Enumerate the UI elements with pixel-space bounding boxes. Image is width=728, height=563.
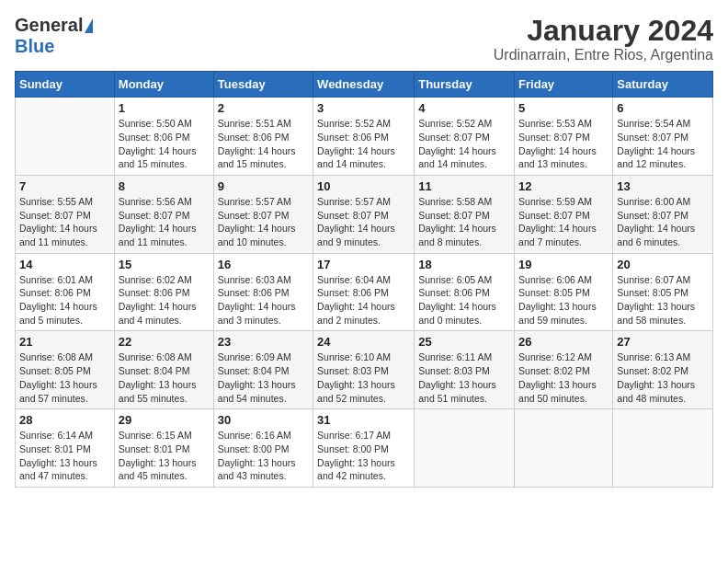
calendar-cell: 20Sunrise: 6:07 AM Sunset: 8:05 PM Dayli… — [613, 253, 713, 331]
day-number: 17 — [317, 258, 410, 271]
calendar-cell: 14Sunrise: 6:01 AM Sunset: 8:06 PM Dayli… — [16, 253, 115, 331]
day-info: Sunrise: 5:52 AM Sunset: 8:07 PM Dayligh… — [418, 118, 496, 169]
day-number: 9 — [218, 179, 309, 193]
day-number: 16 — [218, 258, 309, 271]
calendar-cell: 15Sunrise: 6:02 AM Sunset: 8:06 PM Dayli… — [114, 253, 213, 331]
day-number: 29 — [119, 413, 210, 427]
calendar-cell: 3Sunrise: 5:52 AM Sunset: 8:06 PM Daylig… — [313, 98, 415, 176]
calendar-cell: 18Sunrise: 6:05 AM Sunset: 8:06 PM Dayli… — [415, 253, 515, 331]
day-number: 19 — [518, 258, 609, 271]
calendar-title: January 2024 — [494, 15, 713, 47]
day-number: 28 — [19, 413, 110, 427]
col-header-sunday: Sunday — [16, 72, 115, 98]
calendar-cell — [613, 409, 713, 488]
col-header-wednesday: Wednesday — [313, 72, 415, 98]
day-info: Sunrise: 6:08 AM Sunset: 8:05 PM Dayligh… — [19, 351, 97, 403]
day-info: Sunrise: 6:01 AM Sunset: 8:06 PM Dayligh… — [19, 274, 97, 326]
day-info: Sunrise: 5:55 AM Sunset: 8:07 PM Dayligh… — [19, 196, 97, 247]
day-info: Sunrise: 6:09 AM Sunset: 8:04 PM Dayligh… — [218, 351, 296, 403]
day-number: 22 — [119, 335, 210, 349]
day-number: 2 — [218, 101, 309, 115]
calendar-cell: 10Sunrise: 5:57 AM Sunset: 8:07 PM Dayli… — [313, 175, 415, 253]
day-number: 15 — [119, 258, 210, 271]
calendar-week-row: 1Sunrise: 5:50 AM Sunset: 8:06 PM Daylig… — [16, 98, 713, 176]
calendar-cell: 8Sunrise: 5:56 AM Sunset: 8:07 PM Daylig… — [114, 175, 213, 253]
day-number: 6 — [617, 101, 709, 115]
calendar-cell — [515, 409, 613, 488]
calendar-table: SundayMondayTuesdayWednesdayThursdayFrid… — [15, 71, 713, 488]
day-info: Sunrise: 6:05 AM Sunset: 8:06 PM Dayligh… — [418, 274, 496, 326]
col-header-tuesday: Tuesday — [213, 72, 313, 98]
logo: General Blue — [15, 15, 93, 57]
calendar-header-row: SundayMondayTuesdayWednesdayThursdayFrid… — [16, 72, 713, 98]
day-number: 31 — [317, 413, 410, 427]
calendar-cell: 16Sunrise: 6:03 AM Sunset: 8:06 PM Dayli… — [213, 253, 313, 331]
calendar-cell: 26Sunrise: 6:12 AM Sunset: 8:02 PM Dayli… — [515, 331, 613, 409]
day-number: 7 — [19, 179, 110, 193]
calendar-cell — [16, 98, 115, 176]
calendar-cell: 2Sunrise: 5:51 AM Sunset: 8:06 PM Daylig… — [213, 98, 313, 176]
col-header-monday: Monday — [114, 72, 213, 98]
calendar-cell — [415, 409, 515, 488]
day-info: Sunrise: 6:02 AM Sunset: 8:06 PM Dayligh… — [119, 274, 197, 326]
day-info: Sunrise: 6:11 AM Sunset: 8:03 PM Dayligh… — [418, 351, 496, 403]
day-number: 1 — [119, 101, 210, 115]
day-info: Sunrise: 5:58 AM Sunset: 8:07 PM Dayligh… — [418, 196, 496, 247]
header: General Blue January 2024 Urdinarrain, E… — [15, 15, 713, 63]
day-info: Sunrise: 5:51 AM Sunset: 8:06 PM Dayligh… — [218, 118, 296, 169]
day-info: Sunrise: 6:04 AM Sunset: 8:06 PM Dayligh… — [317, 274, 395, 326]
logo-triangle-icon — [85, 18, 93, 33]
calendar-cell: 22Sunrise: 6:08 AM Sunset: 8:04 PM Dayli… — [114, 331, 213, 409]
day-number: 21 — [19, 335, 110, 349]
day-info: Sunrise: 6:00 AM Sunset: 8:07 PM Dayligh… — [617, 196, 695, 247]
calendar-cell: 17Sunrise: 6:04 AM Sunset: 8:06 PM Dayli… — [313, 253, 415, 331]
calendar-cell: 25Sunrise: 6:11 AM Sunset: 8:03 PM Dayli… — [415, 331, 515, 409]
calendar-week-row: 21Sunrise: 6:08 AM Sunset: 8:05 PM Dayli… — [16, 331, 713, 409]
col-header-friday: Friday — [515, 72, 613, 98]
day-number: 24 — [317, 335, 410, 349]
calendar-week-row: 14Sunrise: 6:01 AM Sunset: 8:06 PM Dayli… — [16, 253, 713, 331]
day-info: Sunrise: 5:50 AM Sunset: 8:06 PM Dayligh… — [119, 118, 197, 169]
day-number: 30 — [218, 413, 309, 427]
calendar-week-row: 28Sunrise: 6:14 AM Sunset: 8:01 PM Dayli… — [16, 409, 713, 488]
day-number: 23 — [218, 335, 309, 349]
day-info: Sunrise: 6:13 AM Sunset: 8:02 PM Dayligh… — [617, 351, 695, 403]
day-number: 13 — [617, 179, 709, 193]
day-info: Sunrise: 5:53 AM Sunset: 8:07 PM Dayligh… — [518, 118, 597, 169]
title-area: January 2024 Urdinarrain, Entre Rios, Ar… — [494, 15, 713, 63]
day-number: 14 — [19, 258, 110, 271]
calendar-cell: 21Sunrise: 6:08 AM Sunset: 8:05 PM Dayli… — [16, 331, 115, 409]
day-number: 8 — [119, 179, 210, 193]
calendar-cell: 1Sunrise: 5:50 AM Sunset: 8:06 PM Daylig… — [114, 98, 213, 176]
day-number: 18 — [418, 258, 510, 271]
calendar-subtitle: Urdinarrain, Entre Rios, Argentina — [494, 47, 713, 63]
calendar-cell: 27Sunrise: 6:13 AM Sunset: 8:02 PM Dayli… — [613, 331, 713, 409]
day-info: Sunrise: 6:16 AM Sunset: 8:00 PM Dayligh… — [218, 430, 296, 481]
day-number: 4 — [418, 101, 510, 115]
day-info: Sunrise: 5:59 AM Sunset: 8:07 PM Dayligh… — [518, 196, 597, 247]
calendar-cell: 12Sunrise: 5:59 AM Sunset: 8:07 PM Dayli… — [515, 175, 613, 253]
day-info: Sunrise: 6:06 AM Sunset: 8:05 PM Dayligh… — [518, 274, 597, 326]
day-info: Sunrise: 5:52 AM Sunset: 8:06 PM Dayligh… — [317, 118, 395, 169]
calendar-cell: 5Sunrise: 5:53 AM Sunset: 8:07 PM Daylig… — [515, 98, 613, 176]
calendar-cell: 11Sunrise: 5:58 AM Sunset: 8:07 PM Dayli… — [415, 175, 515, 253]
day-info: Sunrise: 6:03 AM Sunset: 8:06 PM Dayligh… — [218, 274, 296, 326]
day-info: Sunrise: 6:12 AM Sunset: 8:02 PM Dayligh… — [518, 351, 597, 403]
day-info: Sunrise: 6:15 AM Sunset: 8:01 PM Dayligh… — [119, 430, 197, 481]
calendar-cell: 13Sunrise: 6:00 AM Sunset: 8:07 PM Dayli… — [613, 175, 713, 253]
col-header-saturday: Saturday — [613, 72, 713, 98]
calendar-cell: 31Sunrise: 6:17 AM Sunset: 8:00 PM Dayli… — [313, 409, 415, 488]
calendar-cell: 30Sunrise: 6:16 AM Sunset: 8:00 PM Dayli… — [213, 409, 313, 488]
calendar-body: 1Sunrise: 5:50 AM Sunset: 8:06 PM Daylig… — [16, 98, 713, 488]
day-info: Sunrise: 6:08 AM Sunset: 8:04 PM Dayligh… — [119, 351, 197, 403]
logo-blue: Blue — [15, 36, 54, 56]
day-number: 5 — [518, 101, 609, 115]
col-header-thursday: Thursday — [415, 72, 515, 98]
calendar-cell: 7Sunrise: 5:55 AM Sunset: 8:07 PM Daylig… — [16, 175, 115, 253]
calendar-cell: 9Sunrise: 5:57 AM Sunset: 8:07 PM Daylig… — [213, 175, 313, 253]
day-number: 27 — [617, 335, 709, 349]
day-info: Sunrise: 6:14 AM Sunset: 8:01 PM Dayligh… — [19, 430, 97, 481]
day-info: Sunrise: 5:57 AM Sunset: 8:07 PM Dayligh… — [317, 196, 395, 247]
day-number: 10 — [317, 179, 410, 193]
day-number: 20 — [617, 258, 709, 271]
